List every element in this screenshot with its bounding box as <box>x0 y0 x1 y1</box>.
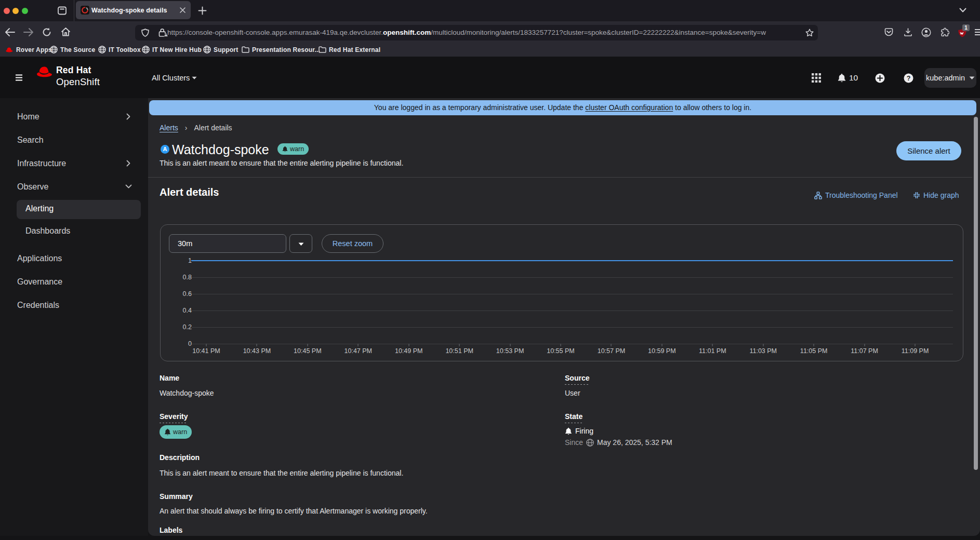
svg-text:?: ? <box>907 75 911 82</box>
